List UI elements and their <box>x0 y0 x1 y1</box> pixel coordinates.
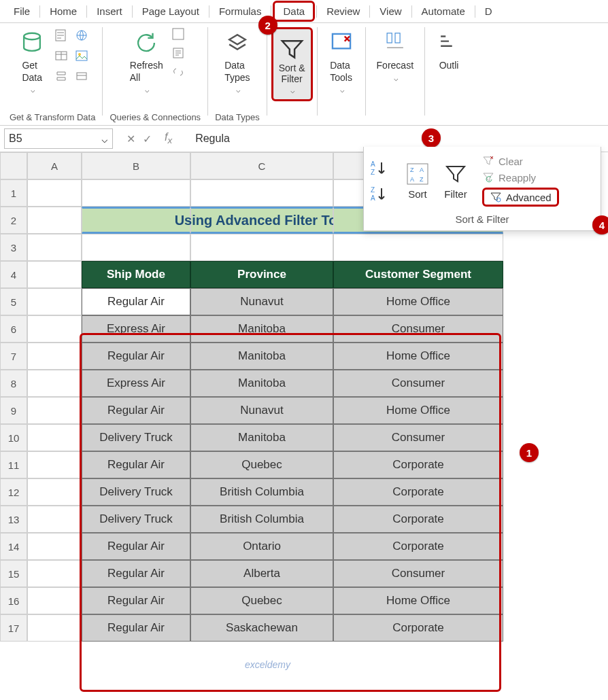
tab-view[interactable]: View <box>371 3 409 20</box>
reapply-button[interactable]: Reapply <box>482 171 559 183</box>
table-cell[interactable]: Home Office <box>333 397 503 424</box>
table-cell[interactable]: Corporate <box>333 478 503 506</box>
tab-page-layout[interactable]: Page Layout <box>134 3 207 20</box>
sort-filter-button[interactable]: Sort & Filter 2 <box>271 27 313 101</box>
queries-icon[interactable] <box>171 27 185 41</box>
select-all-corner[interactable] <box>0 152 27 179</box>
edit-links-icon[interactable] <box>171 65 185 79</box>
tab-review[interactable]: Review <box>318 3 368 20</box>
sort-button[interactable]: ZAAZ Sort <box>406 162 429 200</box>
row-header[interactable]: 8 <box>0 370 27 397</box>
table-cell[interactable]: Regular Air <box>82 560 190 587</box>
table-cell[interactable]: Saskachewan <box>190 614 333 642</box>
formula-value[interactable]: Regula <box>195 133 230 145</box>
from-web-icon[interactable] <box>73 27 90 43</box>
clear-filter-button[interactable]: Clear <box>482 155 559 167</box>
tab-cut[interactable]: D <box>477 3 501 20</box>
table-cell[interactable]: Consumer <box>333 370 503 397</box>
table-cell[interactable]: Manitoba <box>190 315 333 343</box>
tab-file[interactable]: File <box>5 3 38 20</box>
from-table-icon[interactable] <box>53 48 69 64</box>
table-cell[interactable]: Alberta <box>190 560 333 587</box>
data-types-button[interactable]: Data Types <box>220 27 254 99</box>
table-header[interactable]: Ship Mode <box>82 261 190 288</box>
table-cell[interactable]: Delivery Truck <box>82 424 190 451</box>
col-header[interactable]: A <box>27 152 82 179</box>
tab-home[interactable]: Home <box>41 3 85 20</box>
fx-icon[interactable]: fx <box>165 131 172 145</box>
row-header[interactable]: 17 <box>0 614 27 642</box>
row-header[interactable]: 16 <box>0 587 27 614</box>
table-cell[interactable]: Nunavut <box>190 288 333 315</box>
table-cell[interactable]: Home Office <box>333 343 503 370</box>
get-data-button[interactable]: Get Data <box>15 27 49 99</box>
table-cell[interactable]: Manitoba <box>190 424 333 451</box>
table-header[interactable]: Province <box>190 261 333 288</box>
row-header[interactable]: 1 <box>0 179 27 207</box>
table-cell[interactable]: Home Office <box>333 587 503 614</box>
row-header[interactable]: 14 <box>0 533 27 560</box>
table-cell[interactable]: Regular Air <box>82 533 190 560</box>
row-header[interactable]: 5 <box>0 288 27 315</box>
cancel-formula-icon[interactable]: ✕ <box>122 130 139 147</box>
outline-button[interactable]: Outli <box>432 27 466 75</box>
tab-automate[interactable]: Automate <box>413 3 473 20</box>
existing-connections-icon[interactable] <box>73 68 90 84</box>
col-header[interactable]: C <box>190 152 333 179</box>
table-cell[interactable]: Corporate <box>333 533 503 560</box>
table-cell[interactable]: Express Air <box>82 370 190 397</box>
table-header[interactable]: Customer Segment <box>333 261 503 288</box>
table-cell[interactable]: Delivery Truck <box>82 478 190 506</box>
filter-button[interactable]: Filter <box>444 162 467 200</box>
row-header[interactable]: 6 <box>0 315 27 343</box>
enter-formula-icon[interactable]: ✓ <box>139 130 155 147</box>
row-header[interactable]: 7 <box>0 343 27 370</box>
sheet-title[interactable]: Using Advanced Filter Tool <box>190 207 333 234</box>
tab-insert[interactable]: Insert <box>88 3 131 20</box>
table-cell[interactable]: Express Air <box>82 315 190 343</box>
properties-icon[interactable] <box>171 46 185 60</box>
table-cell[interactable]: British Columbia <box>190 506 333 533</box>
sort-asc-icon[interactable]: AZ <box>371 160 391 176</box>
data-tools-button[interactable]: Data Tools <box>324 27 358 99</box>
name-box[interactable]: B5 ⌵ <box>4 128 113 149</box>
table-cell[interactable]: Quebec <box>190 451 333 478</box>
table-cell[interactable]: Regular Air <box>82 451 190 478</box>
table-cell[interactable]: Corporate <box>333 614 503 642</box>
table-cell[interactable]: Manitoba <box>190 343 333 370</box>
table-cell[interactable]: Quebec <box>190 587 333 614</box>
table-cell[interactable]: Corporate <box>333 506 503 533</box>
table-cell[interactable]: Ontario <box>190 533 333 560</box>
from-picture-icon[interactable] <box>73 48 90 64</box>
table-cell[interactable]: Regular Air <box>82 587 190 614</box>
refresh-all-button[interactable]: Refresh All <box>126 27 167 99</box>
row-header[interactable]: 2 <box>0 207 27 234</box>
row-header[interactable]: 13 <box>0 506 27 533</box>
sort-desc-icon[interactable]: ZA <box>371 186 391 202</box>
row-header[interactable]: 3 <box>0 234 27 261</box>
table-cell[interactable]: Regular Air <box>82 397 190 424</box>
table-cell[interactable]: Delivery Truck <box>82 506 190 533</box>
from-text-icon[interactable] <box>53 27 69 43</box>
row-header[interactable]: 11 <box>0 451 27 478</box>
table-cell[interactable]: Manitoba <box>190 370 333 397</box>
col-header[interactable]: B <box>82 152 190 179</box>
chevron-down-icon[interactable]: ⌵ <box>101 133 108 145</box>
table-cell[interactable]: British Columbia <box>190 478 333 506</box>
tab-data[interactable]: Data <box>273 1 315 22</box>
table-cell[interactable]: Home Office <box>333 288 503 315</box>
row-header[interactable]: 10 <box>0 424 27 451</box>
tab-formulas[interactable]: Formulas <box>211 3 270 20</box>
forecast-button[interactable]: Forecast <box>373 27 418 86</box>
advanced-filter-button[interactable]: Advanced <box>482 188 559 207</box>
row-header[interactable]: 9 <box>0 397 27 424</box>
table-cell[interactable]: Regular Air <box>82 614 190 642</box>
table-cell[interactable]: Nunavut <box>190 397 333 424</box>
row-header[interactable]: 12 <box>0 478 27 506</box>
recent-sources-icon[interactable] <box>53 68 69 84</box>
table-cell[interactable]: Consumer <box>333 560 503 587</box>
table-cell[interactable]: Consumer <box>333 315 503 343</box>
table-cell[interactable]: Consumer <box>333 424 503 451</box>
table-cell[interactable]: Regular Air <box>82 343 190 370</box>
table-cell[interactable]: Corporate <box>333 451 503 478</box>
